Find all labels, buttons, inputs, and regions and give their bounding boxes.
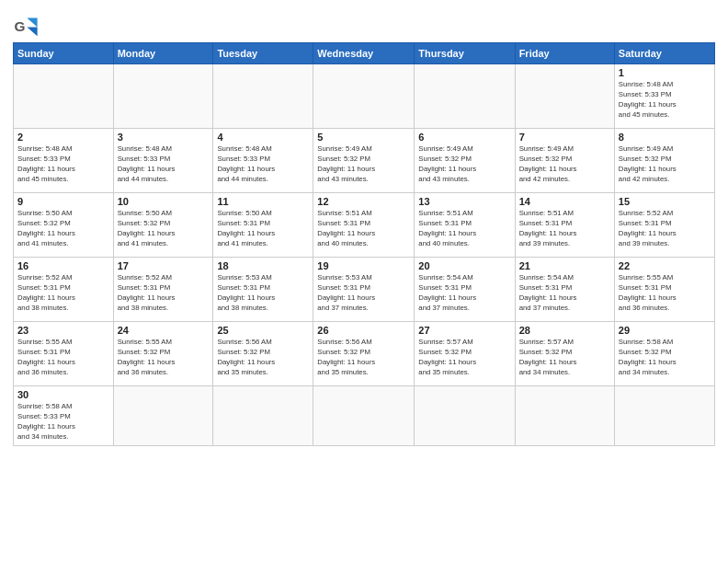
weekday-header-friday: Friday [515,43,614,64]
day-info: Sunrise: 5:50 AM Sunset: 5:32 PM Dayligh… [17,209,109,249]
day-number: 6 [418,132,510,143]
svg-marker-2 [27,27,37,36]
calendar-cell: 1Sunrise: 5:48 AM Sunset: 5:33 PM Daylig… [614,64,714,129]
calendar-cell: 28Sunrise: 5:57 AM Sunset: 5:32 PM Dayli… [515,322,614,386]
day-info: Sunrise: 5:55 AM Sunset: 5:31 PM Dayligh… [619,273,711,314]
calendar-cell: 29Sunrise: 5:58 AM Sunset: 5:32 PM Dayli… [614,322,714,386]
weekday-header-monday: Monday [113,43,213,64]
day-number: 20 [418,260,510,271]
day-number: 23 [17,325,109,336]
logo: G [13,13,42,39]
day-info: Sunrise: 5:48 AM Sunset: 5:33 PM Dayligh… [619,80,711,121]
day-number: 12 [317,196,410,207]
calendar-cell: 12Sunrise: 5:51 AM Sunset: 5:31 PM Dayli… [313,193,415,258]
day-info: Sunrise: 5:50 AM Sunset: 5:31 PM Dayligh… [217,209,309,249]
day-info: Sunrise: 5:48 AM Sunset: 5:33 PM Dayligh… [217,144,309,185]
day-number: 13 [418,196,510,207]
calendar-cell: 2Sunrise: 5:48 AM Sunset: 5:33 PM Daylig… [14,129,114,193]
day-info: Sunrise: 5:48 AM Sunset: 5:33 PM Dayligh… [17,144,109,185]
calendar-cell: 26Sunrise: 5:56 AM Sunset: 5:32 PM Dayli… [313,322,415,386]
header: G [13,9,715,39]
day-number: 24 [118,325,210,336]
day-info: Sunrise: 5:54 AM Sunset: 5:31 PM Dayligh… [519,273,610,314]
day-info: Sunrise: 5:56 AM Sunset: 5:32 PM Dayligh… [217,338,309,378]
calendar-week-2: 2Sunrise: 5:48 AM Sunset: 5:33 PM Daylig… [14,129,715,193]
weekday-header-wednesday: Wednesday [313,43,415,64]
day-number: 26 [317,325,410,336]
day-info: Sunrise: 5:52 AM Sunset: 5:31 PM Dayligh… [619,209,711,249]
calendar-cell [313,386,415,446]
day-info: Sunrise: 5:55 AM Sunset: 5:31 PM Dayligh… [17,338,109,378]
calendar-cell: 23Sunrise: 5:55 AM Sunset: 5:31 PM Dayli… [14,322,114,386]
calendar-cell: 24Sunrise: 5:55 AM Sunset: 5:32 PM Dayli… [113,322,213,386]
day-number: 8 [619,132,711,143]
calendar-cell: 16Sunrise: 5:52 AM Sunset: 5:31 PM Dayli… [14,258,114,322]
calendar-cell [415,386,515,446]
calendar-cell: 7Sunrise: 5:49 AM Sunset: 5:32 PM Daylig… [515,129,614,193]
calendar-cell: 10Sunrise: 5:50 AM Sunset: 5:32 PM Dayli… [113,193,213,258]
day-info: Sunrise: 5:49 AM Sunset: 5:32 PM Dayligh… [418,144,510,185]
weekday-header-tuesday: Tuesday [213,43,313,64]
calendar-cell: 25Sunrise: 5:56 AM Sunset: 5:32 PM Dayli… [213,322,313,386]
day-number: 19 [317,260,410,271]
day-info: Sunrise: 5:53 AM Sunset: 5:31 PM Dayligh… [217,273,309,314]
day-number: 14 [519,196,610,207]
calendar-cell [213,386,313,446]
day-number: 22 [619,260,711,271]
calendar-cell: 3Sunrise: 5:48 AM Sunset: 5:33 PM Daylig… [113,129,213,193]
calendar-week-4: 16Sunrise: 5:52 AM Sunset: 5:31 PM Dayli… [14,258,715,322]
day-number: 1 [619,67,711,78]
weekday-header-sunday: Sunday [14,43,114,64]
calendar-cell: 30Sunrise: 5:58 AM Sunset: 5:33 PM Dayli… [14,386,114,446]
page: G SundayMondayTuesdayWednesdayThursdayFr… [0,0,728,563]
day-number: 7 [519,132,610,143]
calendar-cell: 27Sunrise: 5:57 AM Sunset: 5:32 PM Dayli… [415,322,515,386]
calendar: SundayMondayTuesdayWednesdayThursdayFrid… [13,42,715,446]
day-info: Sunrise: 5:51 AM Sunset: 5:31 PM Dayligh… [519,209,610,249]
day-number: 17 [118,260,210,271]
day-info: Sunrise: 5:50 AM Sunset: 5:32 PM Dayligh… [118,209,210,249]
day-info: Sunrise: 5:52 AM Sunset: 5:31 PM Dayligh… [17,273,109,314]
day-info: Sunrise: 5:58 AM Sunset: 5:33 PM Dayligh… [17,402,109,442]
calendar-cell: 19Sunrise: 5:53 AM Sunset: 5:31 PM Dayli… [313,258,415,322]
calendar-cell: 8Sunrise: 5:49 AM Sunset: 5:32 PM Daylig… [614,129,714,193]
day-info: Sunrise: 5:57 AM Sunset: 5:32 PM Dayligh… [519,338,610,378]
day-number: 16 [17,260,109,271]
calendar-cell [415,64,515,129]
calendar-cell: 17Sunrise: 5:52 AM Sunset: 5:31 PM Dayli… [113,258,213,322]
calendar-cell: 9Sunrise: 5:50 AM Sunset: 5:32 PM Daylig… [14,193,114,258]
day-info: Sunrise: 5:53 AM Sunset: 5:31 PM Dayligh… [317,273,410,314]
day-number: 25 [217,325,309,336]
logo-icon: G [13,13,39,39]
weekday-header-saturday: Saturday [614,43,714,64]
calendar-cell: 15Sunrise: 5:52 AM Sunset: 5:31 PM Dayli… [614,193,714,258]
calendar-week-3: 9Sunrise: 5:50 AM Sunset: 5:32 PM Daylig… [14,193,715,258]
day-number: 29 [619,325,711,336]
calendar-cell [515,64,614,129]
weekday-header-thursday: Thursday [415,43,515,64]
calendar-cell: 22Sunrise: 5:55 AM Sunset: 5:31 PM Dayli… [614,258,714,322]
calendar-cell: 18Sunrise: 5:53 AM Sunset: 5:31 PM Dayli… [213,258,313,322]
day-info: Sunrise: 5:55 AM Sunset: 5:32 PM Dayligh… [118,338,210,378]
svg-text:G: G [14,18,25,34]
calendar-week-6: 30Sunrise: 5:58 AM Sunset: 5:33 PM Dayli… [14,386,715,446]
day-number: 28 [519,325,610,336]
day-number: 9 [17,196,109,207]
calendar-cell: 21Sunrise: 5:54 AM Sunset: 5:31 PM Dayli… [515,258,614,322]
day-number: 3 [118,132,210,143]
calendar-body: 1Sunrise: 5:48 AM Sunset: 5:33 PM Daylig… [14,64,715,446]
calendar-cell: 13Sunrise: 5:51 AM Sunset: 5:31 PM Dayli… [415,193,515,258]
calendar-week-5: 23Sunrise: 5:55 AM Sunset: 5:31 PM Dayli… [14,322,715,386]
day-info: Sunrise: 5:49 AM Sunset: 5:32 PM Dayligh… [519,144,610,185]
calendar-cell [113,386,213,446]
weekday-row: SundayMondayTuesdayWednesdayThursdayFrid… [14,43,715,64]
day-number: 10 [118,196,210,207]
calendar-cell [14,64,114,129]
day-number: 15 [619,196,711,207]
day-number: 27 [418,325,510,336]
day-info: Sunrise: 5:56 AM Sunset: 5:32 PM Dayligh… [317,338,410,378]
day-info: Sunrise: 5:49 AM Sunset: 5:32 PM Dayligh… [317,144,410,185]
calendar-cell [614,386,714,446]
day-info: Sunrise: 5:51 AM Sunset: 5:31 PM Dayligh… [317,209,410,249]
day-number: 21 [519,260,610,271]
